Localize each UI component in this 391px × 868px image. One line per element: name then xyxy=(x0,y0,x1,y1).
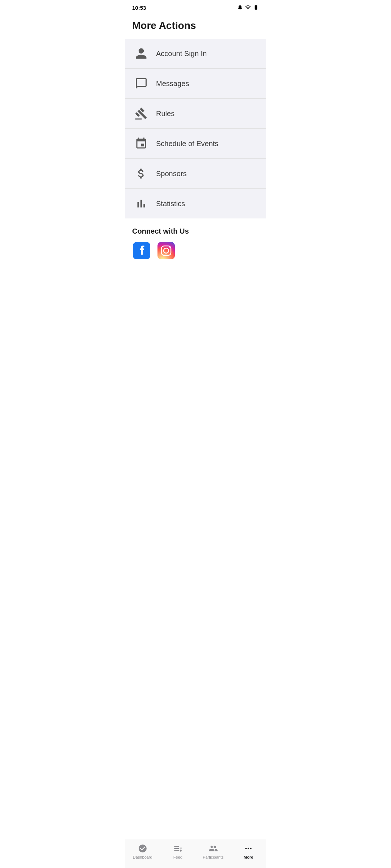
wifi-icon xyxy=(245,4,251,11)
menu-label-account-sign-in: Account Sign In xyxy=(156,50,207,58)
connect-section: Connect with Us xyxy=(125,218,266,267)
chart-icon xyxy=(132,195,150,213)
menu-item-rules[interactable]: Rules xyxy=(125,99,266,129)
menu-item-account-sign-in[interactable]: Account Sign In xyxy=(125,39,266,69)
chat-icon xyxy=(132,75,150,93)
menu-item-messages[interactable]: Messages xyxy=(125,69,266,99)
instagram-button[interactable] xyxy=(157,241,176,260)
facebook-button[interactable] xyxy=(132,241,151,260)
social-icons xyxy=(132,241,259,260)
menu-label-messages: Messages xyxy=(156,80,189,88)
menu-label-rules: Rules xyxy=(156,110,175,118)
menu-item-sponsors[interactable]: Sponsors xyxy=(125,159,266,189)
menu-item-schedule-of-events[interactable]: Schedule of Events xyxy=(125,129,266,159)
notification-icon xyxy=(237,4,243,11)
menu-list: Account Sign In Messages Rules xyxy=(125,39,266,218)
connect-title: Connect with Us xyxy=(132,227,259,235)
status-icons xyxy=(237,4,259,11)
page-title: More Actions xyxy=(132,20,259,31)
menu-label-sponsors: Sponsors xyxy=(156,170,187,178)
gavel-icon xyxy=(132,105,150,123)
status-time: 10:53 xyxy=(132,5,146,11)
svg-rect-1 xyxy=(157,242,175,259)
menu-label-schedule-of-events: Schedule of Events xyxy=(156,140,218,148)
calendar-icon xyxy=(132,135,150,153)
svg-point-4 xyxy=(169,246,171,248)
money-icon xyxy=(132,165,150,183)
menu-item-statistics[interactable]: Statistics xyxy=(125,189,266,218)
status-bar: 10:53 xyxy=(125,0,266,14)
page-header: More Actions xyxy=(125,14,266,39)
person-icon xyxy=(132,44,150,63)
menu-label-statistics: Statistics xyxy=(156,200,185,208)
battery-icon xyxy=(253,4,259,11)
